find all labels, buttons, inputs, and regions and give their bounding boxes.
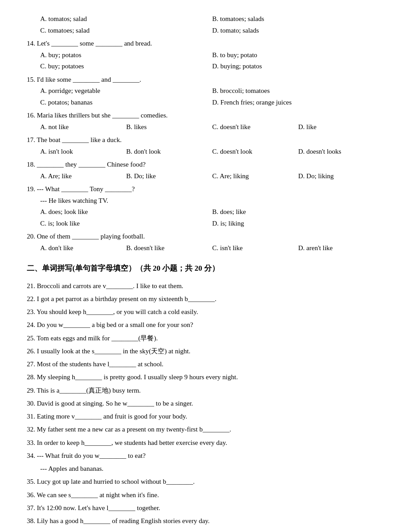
fill-question-item: 37. It's 12:00 now. Let's have l________… [27,502,384,514]
q19-block: 19. --- What ________ Tony ________? ---… [27,184,384,229]
q17-optB: B. don't look [126,146,213,158]
fill-questions: 21. Broccoli and carrots are v________. … [27,280,384,527]
fill-question-item: 38. Lily has a good h________ of reading… [27,515,384,527]
fill-question-item: 21. Broccoli and carrots are v________. … [27,280,384,292]
q14-optB: B. to buy; potato [212,50,384,61]
q18-block: 18. ________ they ________ Chinese food?… [27,159,384,182]
q17-block: 17. The boat ________ like a duck. A. is… [27,134,384,157]
q16-block: 16. Maria likes thrillers but she ______… [27,110,384,133]
fill-question-item: 36. We can see s________ at night when i… [27,489,384,501]
q16-optA: A. not like [40,121,126,133]
q18-optD: D. Do; liking [298,171,385,182]
q19-optC: C. is; look like [40,218,212,230]
q15-block: 15. I'd like some ________ and ________.… [27,74,384,109]
q15-optD: D. French fries; orange juices [212,97,384,109]
q14-text: 14. Let's ________ some ________ and bre… [27,38,384,50]
fill-question-item: 22. I got a pet parrot as a birthday pre… [27,293,384,305]
q17-optD: D. doesn't looks [298,146,385,158]
fill-question-item: --- Apples and bananas. [27,463,384,474]
fill-question-item: 34. --- What fruit do you w________ to e… [27,450,384,461]
q13-optB: B. tomatoes; salads [212,13,384,25]
q17-optC: C. doesn't look [212,146,298,158]
fill-question-item: 31. Eating more v________ and fruit is g… [27,411,384,422]
q19-optA: A. does; look like [40,206,212,218]
fill-question-item: 33. In order to keep h________, we stude… [27,437,384,448]
section2-header: 二、单词拼写(单句首字母填空）（共 20 小题；共 20 分） [27,262,384,276]
q17-optA: A. isn't look [40,146,126,158]
q20-optB: B. doesn't like [126,243,213,254]
q19-optD: D. is; liking [212,218,384,230]
q19-text: 19. --- What ________ Tony ________? [27,184,384,195]
fill-question-item: 30. David is good at singing. So he w___… [27,398,384,409]
q16-text: 16. Maria likes thrillers but she ______… [27,110,384,121]
fill-question-item: 35. Lucy got up late and hurried to scho… [27,476,384,487]
q18-optB: B. Do; like [126,171,213,182]
q19-subtext: --- He likes watching TV. [27,195,384,207]
fill-question-item: 29. This is a________(真正地) busy term. [27,385,384,396]
fill-question-item: 27. Most of the students have l________ … [27,358,384,370]
q15-optA: A. porridge; vegetable [40,85,212,97]
q20-text: 20. One of them ________ playing footbal… [27,231,384,243]
q16-optD: D. like [298,121,385,133]
q16-optB: B. likes [126,121,213,133]
q14-optC: C. buy; potatoes [40,61,212,72]
q18-optC: C. Are; liking [212,171,298,182]
q13-options: A. tomatos; salad B. tomatoes; salads C.… [27,13,384,36]
q14-block: 14. Let's ________ some ________ and bre… [27,38,384,72]
q15-text: 15. I'd like some ________ and ________. [27,74,384,86]
q14-optA: A. buy; potatos [40,50,212,61]
q17-text: 17. The boat ________ like a duck. [27,134,384,146]
fill-question-item: 24. Do you w________ a big bed or a smal… [27,319,384,331]
q20-optA: A. don't like [40,243,126,254]
q20-optD: D. aren't like [298,243,385,254]
q20-optC: C. isn't like [212,243,298,254]
fill-question-item: 25. Tom eats eggs and milk for ________(… [27,332,384,344]
q13-optC: C. tomatoes; salad [40,25,212,37]
q18-text: 18. ________ they ________ Chinese food? [27,159,384,171]
q19-optB: B. does; like [212,206,384,218]
fill-question-item: 26. I usually look at the s________ in t… [27,345,384,357]
fill-question-item: 28. My sleeping h________ is pretty good… [27,371,384,383]
q13-optD: D. tomato; salads [212,25,384,37]
fill-question-item: 23. You should keep h________, or you wi… [27,306,384,318]
q15-optC: C. potatos; bananas [40,97,212,109]
q13-optA: A. tomatos; salad [40,13,212,25]
q15-optB: B. broccoli; tomatoes [212,85,384,97]
q16-optC: C. doesn't like [212,121,298,133]
content-area: A. tomatos; salad B. tomatoes; salads C.… [27,13,384,527]
q14-optD: D. buying; potatos [212,61,384,72]
q18-optA: A. Are; like [40,171,126,182]
q20-block: 20. One of them ________ playing footbal… [27,231,384,254]
fill-question-item: 32. My father sent me a new car as a pre… [27,423,384,435]
